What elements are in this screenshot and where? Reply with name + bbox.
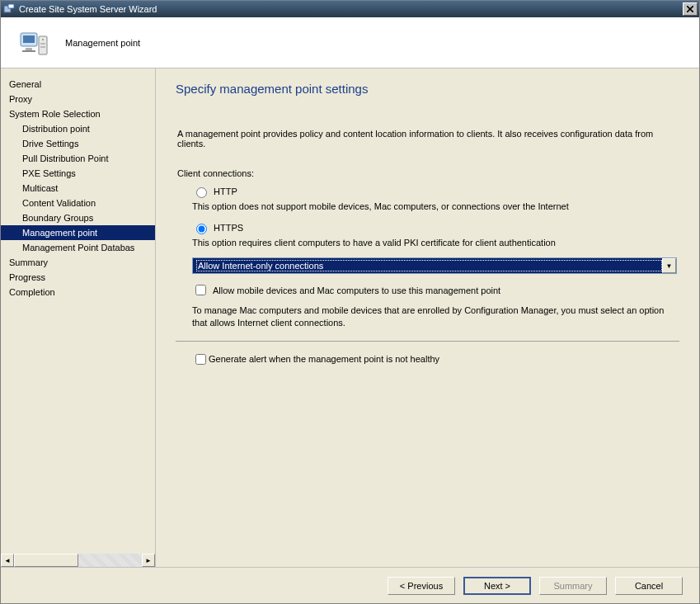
dropdown-selected-text: Allow Internet-only connections — [196, 260, 662, 271]
divider — [176, 341, 679, 342]
scroll-right-button[interactable]: ► — [142, 554, 155, 567]
header-subtitle: Management point — [65, 38, 140, 48]
nav-item-content-validation[interactable]: Content Validation — [1, 196, 155, 210]
scroll-track[interactable] — [14, 554, 142, 567]
http-radio[interactable] — [196, 187, 207, 198]
connection-mode-dropdown[interactable]: Allow Internet-only connections ▼ — [192, 257, 677, 274]
wizard-footer: < Previous Next > Summary Cancel — [1, 567, 699, 603]
close-button[interactable] — [683, 2, 698, 16]
nav-item-drive-settings[interactable]: Drive Settings — [1, 136, 155, 151]
scroll-left-button[interactable]: ◄ — [1, 554, 14, 567]
wizard-sidebar: GeneralProxySystem Role SelectionDistrib… — [1, 68, 156, 567]
svg-rect-9 — [40, 46, 45, 48]
nav-item-pull-distribution-point[interactable]: Pull Distribution Point — [1, 151, 155, 166]
mac-note: To manage Mac computers and mobile devic… — [192, 304, 679, 329]
nav-item-progress[interactable]: Progress — [1, 270, 155, 285]
svg-rect-1 — [8, 4, 14, 8]
nav-item-pxe-settings[interactable]: PXE Settings — [1, 166, 155, 181]
nav-item-summary[interactable]: Summary — [1, 255, 155, 270]
nav-item-general[interactable]: General — [1, 77, 155, 92]
https-note: This option requires client computers to… — [192, 238, 679, 248]
next-button[interactable]: Next > — [463, 577, 531, 595]
svg-rect-3 — [23, 35, 35, 43]
previous-button[interactable]: < Previous — [388, 577, 455, 595]
titlebar[interactable]: Create Site System Server Wizard — [1, 1, 699, 17]
svg-point-7 — [42, 39, 44, 40]
svg-rect-4 — [26, 48, 32, 50]
http-radio-label[interactable]: HTTP — [214, 186, 237, 196]
sidebar-scrollbar[interactable]: ◄ ► — [1, 554, 155, 567]
https-radio[interactable] — [196, 224, 207, 234]
cancel-button[interactable]: Cancel — [615, 577, 683, 595]
client-connections-label: Client connections: — [177, 168, 679, 178]
wizard-content: Specify management point settings A mana… — [156, 68, 699, 567]
nav-item-distribution-point[interactable]: Distribution point — [1, 121, 155, 136]
server-icon — [17, 26, 50, 59]
wizard-icon — [2, 2, 16, 16]
https-radio-label[interactable]: HTTPS — [214, 223, 243, 233]
wizard-header: Management point — [1, 17, 699, 68]
allow-mobile-label[interactable]: Allow mobile devices and Mac computers t… — [213, 285, 500, 295]
nav-item-proxy[interactable]: Proxy — [1, 92, 155, 106]
dropdown-chevron-icon[interactable]: ▼ — [662, 258, 676, 273]
page-description: A management point provides policy and c… — [177, 129, 679, 149]
window-title: Create Site System Server Wizard — [19, 4, 683, 14]
nav-item-multicast[interactable]: Multicast — [1, 181, 155, 196]
allow-mobile-checkbox[interactable] — [195, 285, 206, 295]
nav-item-management-point-databas[interactable]: Management Point Databas — [1, 240, 155, 255]
svg-rect-8 — [40, 43, 45, 45]
nav-item-system-role-selection[interactable]: System Role Selection — [1, 106, 155, 121]
summary-button: Summary — [539, 577, 607, 595]
svg-rect-5 — [22, 50, 35, 52]
nav-item-management-point[interactable]: Management point — [1, 225, 155, 240]
scroll-thumb[interactable] — [14, 554, 78, 567]
page-heading: Specify management point settings — [176, 82, 679, 96]
http-note: This option does not support mobile devi… — [192, 201, 679, 211]
generate-alert-checkbox[interactable] — [195, 354, 206, 365]
generate-alert-label[interactable]: Generate alert when the management point… — [209, 354, 439, 364]
nav-item-completion[interactable]: Completion — [1, 285, 155, 300]
nav-item-boundary-groups[interactable]: Boundary Groups — [1, 210, 155, 225]
